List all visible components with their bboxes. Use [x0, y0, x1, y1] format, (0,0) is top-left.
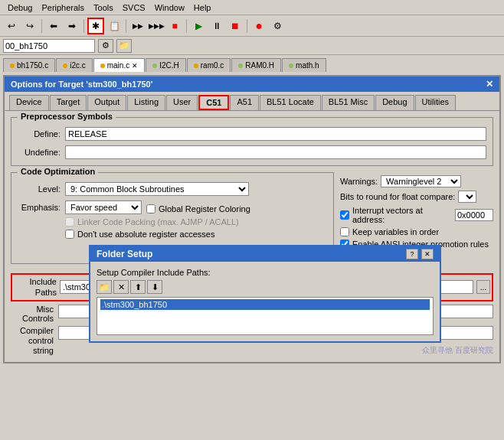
folder-up-button[interactable]: ⬆	[130, 280, 146, 294]
toolbar-separator-4	[186, 19, 187, 33]
preprocessor-group: Preprocessor Symbols Define: Undefine:	[11, 117, 493, 166]
file-tabs: bh1750.c i2c.c main.c ✕ I2C.H ram0.c RAM…	[0, 55, 504, 72]
back-button[interactable]: ⬅	[45, 18, 62, 34]
tab-user[interactable]: User	[166, 95, 198, 110]
folder-delete-button[interactable]: ✕	[113, 280, 129, 294]
tab-a51[interactable]: A51	[230, 95, 259, 110]
main-dialog: Options for Target 'stm300_bh1750' ✕ Dev…	[3, 75, 501, 363]
tab-mainc[interactable]: main.c ✕	[93, 58, 145, 72]
define-input[interactable]	[65, 127, 486, 141]
warnings-select[interactable]: Warninglevel 2	[381, 175, 461, 187]
stop-button[interactable]: ■	[166, 18, 183, 34]
emphasis-label: Emphasis:	[18, 203, 61, 212]
folder-list-item[interactable]: .\stm300_bh1750	[100, 299, 430, 310]
level-select[interactable]: 9: Common Block Subroutines	[65, 182, 249, 196]
keep-vars-row: Keep variables in order	[340, 227, 493, 236]
menu-svcs[interactable]: SVCS	[118, 2, 150, 14]
dialog-title-text: Options for Target 'stm300_bh1750'	[11, 80, 152, 89]
tab-device[interactable]: Device	[9, 95, 49, 110]
toolbar-separator-5	[247, 19, 247, 33]
menu-bar: Debug Peripherals Tools SVCS Window Help	[0, 0, 504, 15]
toolbar: ↩ ↪ ⬅ ➡ ✱ 📋 ▶▶ ▶▶▶ ■ ▶ ⏸ ⏹ ● ⚙	[0, 15, 504, 37]
warnings-section: Warnings: Warninglevel 2 Bits to round f…	[340, 175, 493, 249]
tab-ram0h[interactable]: RAM0.H	[231, 58, 281, 72]
code-opt-legend: Code Optimization	[18, 167, 98, 176]
folder-dialog-help-button[interactable]: ?	[406, 249, 418, 259]
rebuild-button[interactable]: ▶▶▶	[148, 18, 165, 34]
magic-wand-button[interactable]: ✱	[87, 18, 104, 34]
interrupt-row: Interrupt vectors at address:	[340, 206, 493, 224]
tab-mathh[interactable]: math.h	[282, 58, 326, 72]
target-settings-button[interactable]: ⚙	[98, 39, 113, 53]
menu-help[interactable]: Help	[189, 2, 216, 14]
tab-c51[interactable]: C51	[198, 95, 229, 110]
folder-down-button[interactable]: ⬇	[147, 280, 162, 294]
define-label: Define:	[18, 129, 61, 139]
tab-label: I2C.H	[159, 61, 179, 70]
tab-label: bh1750.c	[17, 61, 48, 70]
tab-dot	[289, 64, 293, 68]
keep-vars-checkbox[interactable]	[340, 227, 349, 236]
debug-stop-button[interactable]: ⏹	[227, 18, 244, 34]
redo-button[interactable]: ↪	[21, 18, 38, 34]
toolbar-separator-3	[126, 19, 126, 33]
toolbar-separator-1	[41, 19, 42, 33]
tab-debug[interactable]: Debug	[375, 95, 414, 110]
settings-button[interactable]: ⚙	[269, 18, 286, 34]
global-reg-label: Global Register Coloring	[159, 204, 250, 213]
tab-dot	[194, 64, 198, 68]
bits-label: Bits to round for float compare:	[340, 192, 455, 201]
tab-ram0c[interactable]: ram0.c	[187, 58, 231, 72]
folder-new-button[interactable]: 📁	[97, 280, 112, 294]
forward-button[interactable]: ➡	[64, 18, 80, 34]
warnings-row: Warnings: Warninglevel 2	[340, 175, 493, 187]
emphasis-select[interactable]: Favor speed	[65, 200, 142, 214]
run-button[interactable]: ▶	[190, 18, 207, 34]
tab-bl51-misc[interactable]: BL51 Misc	[322, 95, 375, 110]
menu-debug[interactable]: Debug	[3, 2, 37, 14]
bits-row: Bits to round for float compare: 3	[340, 191, 493, 203]
level-label: Level:	[18, 184, 61, 194]
undo-button[interactable]: ↩	[3, 18, 20, 34]
linker-checkbox	[65, 217, 74, 227]
menu-tools[interactable]: Tools	[89, 2, 118, 14]
target-folder-button[interactable]: 📁	[116, 39, 132, 53]
tab-dot	[152, 64, 157, 68]
target-selector[interactable]	[3, 39, 95, 53]
include-label-1: Include	[30, 276, 57, 287]
bits-select[interactable]: 3	[458, 191, 476, 203]
no-abs-checkbox[interactable]	[65, 230, 74, 239]
copy-button[interactable]: 📋	[106, 18, 123, 34]
include-browse-button[interactable]: ...	[476, 280, 490, 294]
interrupt-checkbox[interactable]	[340, 210, 349, 220]
tab-dot	[10, 64, 15, 68]
tab-close-icon[interactable]: ✕	[132, 62, 138, 70]
folder-list[interactable]: .\stm300_bh1750	[97, 297, 434, 335]
menu-peripherals[interactable]: Peripherals	[37, 2, 89, 14]
global-reg-checkbox[interactable]	[146, 204, 155, 213]
interrupt-address-input[interactable]	[455, 209, 493, 221]
folder-dialog-title-text: Folder Setup	[97, 249, 152, 259]
tab-bh1750c[interactable]: bh1750.c	[3, 58, 55, 72]
folder-toolbar: 📁 ✕ ⬆ ⬇	[97, 280, 434, 294]
tab-listing[interactable]: Listing	[127, 95, 165, 110]
tab-i2cc[interactable]: i2c.c	[56, 58, 93, 72]
folder-body-label: Setup Compiler Include Paths:	[97, 268, 434, 277]
tab-utilities[interactable]: Utilities	[415, 95, 456, 110]
red-dot[interactable]: ●	[250, 18, 267, 34]
tab-i2ch[interactable]: I2C.H	[146, 58, 186, 72]
folder-dialog-close-button[interactable]: ✕	[421, 249, 434, 259]
tab-target[interactable]: Target	[50, 95, 87, 110]
undefine-input[interactable]	[65, 145, 486, 159]
tab-bl51-locate[interactable]: BL51 Locate	[260, 95, 321, 110]
pause-button[interactable]: ⏸	[208, 18, 225, 34]
include-label-col: Include Paths	[14, 276, 57, 298]
preprocessor-legend: Preprocessor Symbols	[18, 112, 116, 121]
undefine-label: Undefine:	[18, 148, 61, 157]
menu-window[interactable]: Window	[150, 2, 189, 14]
dialog-close-button[interactable]: ✕	[486, 79, 493, 90]
keep-vars-label: Keep variables in order	[352, 227, 439, 236]
global-reg-row: Global Register Coloring	[146, 204, 250, 213]
build-button[interactable]: ▶▶	[129, 18, 146, 34]
tab-output[interactable]: Output	[87, 95, 126, 110]
